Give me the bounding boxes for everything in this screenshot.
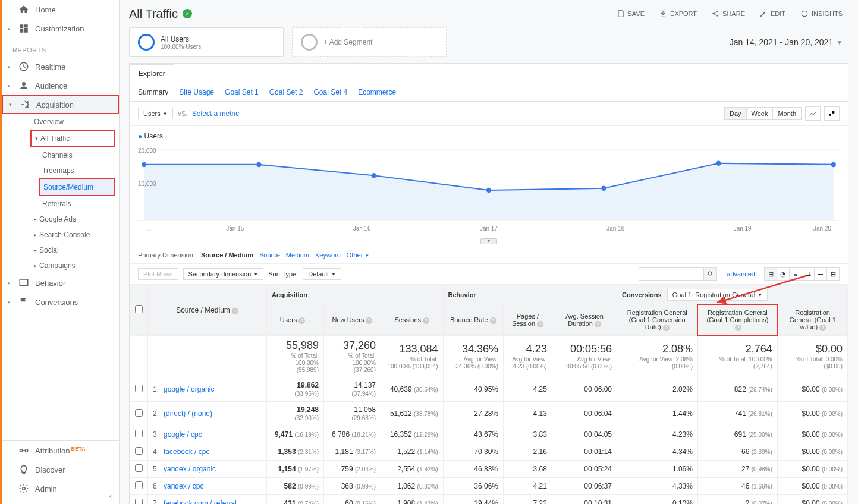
behavior-icon bbox=[18, 278, 29, 288]
tab-goal-set-2[interactable]: Goal Set 2 bbox=[269, 88, 303, 96]
nav-attribution[interactable]: AttributionBETA bbox=[2, 441, 119, 460]
source-medium-link[interactable]: facebook / cpc bbox=[164, 448, 209, 456]
col-goal-rate[interactable]: Registration General (Goal 1 Conversion … bbox=[617, 305, 698, 335]
insights-icon bbox=[800, 10, 809, 18]
tab-site-usage[interactable]: Site Usage bbox=[179, 88, 214, 96]
nav-behavior[interactable]: ▸ Behavior bbox=[2, 273, 119, 292]
conversions-goal-select[interactable]: Goal 1: Registration General ▼ bbox=[667, 289, 768, 301]
chart-type-line[interactable] bbox=[805, 106, 821, 121]
source-medium-link[interactable]: (direct) / (none) bbox=[164, 410, 212, 418]
dim-source-medium[interactable]: Source / Medium bbox=[201, 251, 253, 259]
segment-all-users[interactable]: All Users100.00% Users bbox=[129, 27, 284, 57]
nav-source-medium[interactable]: Source/Medium bbox=[40, 179, 114, 195]
x-tick: Jan 19 bbox=[679, 225, 806, 232]
select-all-checkbox[interactable] bbox=[135, 305, 143, 313]
view-performance[interactable]: ≡ bbox=[789, 267, 802, 281]
row-checkbox[interactable] bbox=[135, 430, 143, 437]
nav-overview[interactable]: Overview bbox=[2, 114, 119, 130]
nav-discover[interactable]: Discover bbox=[2, 460, 119, 479]
nav-referrals[interactable]: Referrals bbox=[2, 196, 119, 212]
nav-channels[interactable]: Channels bbox=[2, 147, 119, 163]
granularity-week[interactable]: Week bbox=[747, 108, 774, 119]
line-chart-icon bbox=[809, 109, 817, 118]
view-term-cloud[interactable]: ☰ bbox=[814, 267, 827, 281]
sort-type-select[interactable]: Default ▼ bbox=[303, 268, 341, 280]
x-tick: Jan 16 bbox=[298, 225, 425, 232]
view-comparison[interactable]: ⇄ bbox=[802, 267, 815, 281]
granularity-month[interactable]: Month bbox=[773, 108, 801, 119]
col-goal-completions[interactable]: Registration General (Goal 1 Completions… bbox=[697, 305, 777, 335]
view-table[interactable]: ⊞ bbox=[764, 267, 777, 281]
save-button[interactable]: SAVE bbox=[611, 6, 651, 21]
tab-summary[interactable]: Summary bbox=[138, 88, 168, 96]
nav-home[interactable]: Home bbox=[2, 0, 119, 19]
nav-conversions[interactable]: ▸ Conversions bbox=[2, 292, 119, 311]
source-medium-link[interactable]: yandex / cpc bbox=[164, 482, 203, 490]
row-checkbox[interactable] bbox=[135, 409, 143, 417]
chart-type-motion[interactable] bbox=[824, 106, 840, 121]
row-checkbox[interactable] bbox=[135, 481, 143, 489]
col-new-users[interactable]: New Users? bbox=[324, 305, 381, 335]
advanced-link[interactable]: advanced bbox=[727, 270, 755, 278]
sort-type-label: Sort Type: bbox=[268, 270, 298, 278]
col-sessions[interactable]: Sessions? bbox=[381, 305, 444, 335]
chart-drag-handle[interactable]: ▼ bbox=[480, 238, 497, 244]
source-medium-link[interactable]: yandex / organic bbox=[164, 465, 216, 473]
nav-admin[interactable]: Admin bbox=[2, 479, 119, 498]
help-icon[interactable]: ? bbox=[232, 308, 238, 314]
x-tick: ... bbox=[146, 225, 172, 232]
nav-treemaps[interactable]: Treemaps bbox=[2, 163, 119, 178]
secondary-dimension[interactable]: Secondary dimension ▼ bbox=[183, 268, 264, 280]
col-avg-duration[interactable]: Avg. Session Duration? bbox=[552, 305, 617, 335]
export-button[interactable]: EXPORT bbox=[653, 6, 703, 21]
view-percentage[interactable]: ◔ bbox=[777, 267, 790, 281]
col-bounce[interactable]: Bounce Rate? bbox=[443, 305, 503, 335]
nav-google-ads[interactable]: ▸Google Ads bbox=[2, 212, 119, 227]
dim-keyword[interactable]: Keyword bbox=[315, 251, 341, 259]
col-goal-value[interactable]: Registration General (Goal 1 Value)? bbox=[777, 305, 847, 335]
col-pages-session[interactable]: Pages / Session? bbox=[503, 305, 552, 335]
nav-campaigns[interactable]: ▸Campaigns bbox=[2, 258, 119, 273]
nav-audience[interactable]: ▸ Audience bbox=[2, 76, 119, 95]
metric-selector[interactable]: Users ▼ bbox=[138, 108, 173, 119]
tab-ecommerce[interactable]: Ecommerce bbox=[358, 88, 396, 96]
add-segment[interactable]: + Add Segment bbox=[292, 27, 447, 57]
svg-point-24 bbox=[708, 272, 712, 275]
tab-goal-set-1[interactable]: Goal Set 1 bbox=[225, 88, 259, 96]
source-medium-link[interactable]: google / organic bbox=[164, 385, 214, 393]
tab-goal-set-4[interactable]: Goal Set 4 bbox=[313, 88, 347, 96]
row-checkbox[interactable] bbox=[135, 385, 143, 392]
sidebar-collapse[interactable]: ‹ bbox=[102, 487, 119, 504]
nav-search-console[interactable]: ▸Search Console bbox=[2, 227, 119, 242]
date-range-picker[interactable]: Jan 14, 2021 - Jan 20, 2021▼ bbox=[730, 37, 848, 47]
nav-realtime[interactable]: ▸ Realtime bbox=[2, 57, 119, 76]
segment-circle-icon bbox=[138, 34, 155, 51]
export-icon bbox=[659, 10, 667, 18]
nav-customization[interactable]: ▸ Customization bbox=[2, 19, 119, 38]
nav-social[interactable]: ▸Social bbox=[2, 242, 119, 258]
dim-source[interactable]: Source bbox=[259, 251, 280, 259]
insights-button[interactable]: INSIGHTS bbox=[794, 6, 848, 21]
nav-acquisition[interactable]: ▾ Acquisition bbox=[2, 95, 119, 114]
chevron-down-icon: ▼ bbox=[163, 111, 168, 116]
table-search-button[interactable] bbox=[704, 267, 717, 281]
row-checkbox[interactable] bbox=[135, 499, 143, 505]
col-source-medium[interactable]: Source / Medium bbox=[176, 306, 230, 314]
col-users[interactable]: Users?↓ bbox=[267, 305, 324, 335]
source-medium-link[interactable]: facebook.com / referral bbox=[164, 499, 237, 505]
svg-point-13 bbox=[832, 111, 835, 114]
share-button[interactable]: SHARE bbox=[705, 6, 751, 21]
edit-button[interactable]: EDIT bbox=[753, 6, 791, 21]
select-metric-link[interactable]: Select a metric bbox=[192, 109, 239, 118]
row-checkbox[interactable] bbox=[135, 464, 143, 472]
granularity-day[interactable]: Day bbox=[725, 108, 747, 119]
dim-other[interactable]: Other ▼ bbox=[347, 251, 370, 259]
dim-medium[interactable]: Medium bbox=[286, 251, 309, 259]
nav-all-traffic[interactable]: ▾All Traffic bbox=[32, 131, 114, 146]
source-medium-link[interactable]: google / cpc bbox=[164, 430, 202, 439]
view-pivot[interactable]: ⊟ bbox=[826, 267, 840, 281]
tab-explorer[interactable]: Explorer bbox=[130, 64, 174, 83]
row-checkbox[interactable] bbox=[135, 447, 143, 455]
svg-point-8 bbox=[712, 13, 714, 14]
table-search-input[interactable] bbox=[639, 267, 704, 281]
